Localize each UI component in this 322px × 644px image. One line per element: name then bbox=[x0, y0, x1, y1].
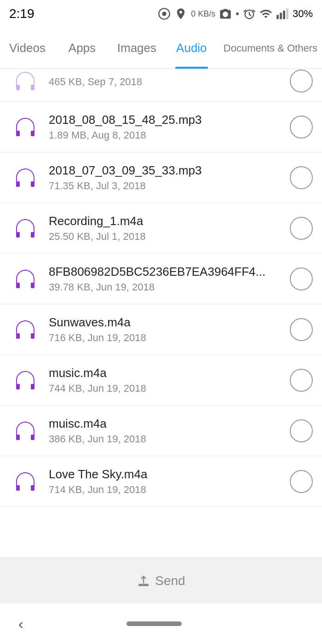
file-info-1: 2018_07_03_09_35_33.mp3 71.35 KB, Jul 3,… bbox=[41, 163, 290, 192]
svg-rect-8 bbox=[139, 584, 148, 586]
file-meta-5: 744 KB, Jun 19, 2018 bbox=[49, 383, 282, 395]
checkbox-3[interactable] bbox=[290, 267, 313, 290]
wifi-icon bbox=[259, 7, 272, 20]
file-meta-3: 39.78 KB, Jun 19, 2018 bbox=[49, 281, 282, 293]
svg-rect-4 bbox=[276, 15, 279, 19]
camera-icon bbox=[219, 7, 232, 20]
partial-checkbox[interactable] bbox=[290, 70, 313, 93]
bottom-nav: ‹ bbox=[0, 603, 322, 644]
checkbox-7[interactable] bbox=[290, 470, 313, 493]
tab-documents[interactable]: Documents & Others bbox=[219, 28, 322, 69]
maps-icon bbox=[174, 7, 187, 20]
svg-rect-7 bbox=[286, 8, 288, 19]
file-name-5: music.m4a bbox=[49, 366, 282, 381]
audio-icon-7 bbox=[9, 470, 41, 493]
list-item[interactable]: muisc.m4a 386 KB, Jun 19, 2018 bbox=[0, 406, 322, 456]
list-item[interactable]: Sunwaves.m4a 716 KB, Jun 19, 2018 bbox=[0, 304, 322, 355]
status-icons: 0 KB/s • 30% bbox=[158, 7, 313, 20]
list-item[interactable]: 8FB806982D5BC5236EB7EA3964FF4... 39.78 K… bbox=[0, 254, 322, 304]
file-info-4: Sunwaves.m4a 716 KB, Jun 19, 2018 bbox=[41, 315, 290, 344]
chrome-icon bbox=[158, 7, 171, 20]
checkbox-5[interactable] bbox=[290, 369, 313, 392]
file-name-3: 8FB806982D5BC5236EB7EA3964FF4... bbox=[49, 264, 282, 280]
list-item-partial: 465 KB, Sep 7, 2018 bbox=[0, 69, 322, 102]
file-name-2: Recording_1.m4a bbox=[49, 214, 282, 229]
list-item[interactable]: music.m4a 744 KB, Jun 19, 2018 bbox=[0, 355, 322, 406]
alarm-icon bbox=[243, 7, 256, 20]
checkbox-6[interactable] bbox=[290, 419, 313, 442]
file-name-7: Love The Sky.m4a bbox=[49, 467, 282, 482]
network-speed: 0 KB/s bbox=[191, 9, 215, 19]
file-name-6: muisc.m4a bbox=[49, 416, 282, 432]
status-bar: 2:19 0 KB/s • bbox=[0, 0, 322, 28]
tab-videos[interactable]: Videos bbox=[0, 28, 55, 69]
file-info-0: 2018_08_08_15_48_25.mp3 1.89 MB, Aug 8, … bbox=[41, 112, 290, 142]
file-info-7: Love The Sky.m4a 714 KB, Jun 19, 2018 bbox=[41, 467, 290, 496]
file-meta-0: 1.89 MB, Aug 8, 2018 bbox=[49, 129, 282, 141]
audio-icon-0 bbox=[9, 115, 41, 139]
file-name-4: Sunwaves.m4a bbox=[49, 315, 282, 331]
checkbox-0[interactable] bbox=[290, 116, 313, 139]
audio-icon-1 bbox=[9, 166, 41, 190]
file-meta-4: 716 KB, Jun 19, 2018 bbox=[49, 332, 282, 344]
file-list: 465 KB, Sep 7, 2018 2018_08_08_15_48_25.… bbox=[0, 69, 322, 557]
audio-icon-6 bbox=[9, 419, 41, 443]
svg-point-2 bbox=[179, 11, 182, 14]
svg-rect-6 bbox=[283, 11, 285, 19]
file-name-0: 2018_08_08_15_48_25.mp3 bbox=[49, 112, 282, 128]
partial-file-meta: 465 KB, Sep 7, 2018 bbox=[49, 76, 282, 88]
battery-percent: 30% bbox=[293, 8, 313, 20]
send-button[interactable]: Send bbox=[137, 574, 185, 588]
send-label: Send bbox=[155, 574, 185, 588]
back-button[interactable]: ‹ bbox=[18, 615, 23, 632]
tab-apps[interactable]: Apps bbox=[55, 28, 109, 69]
audio-icon-4 bbox=[9, 318, 41, 342]
audio-icon-2 bbox=[9, 216, 41, 240]
audio-icon-partial bbox=[9, 69, 41, 93]
file-info-2: Recording_1.m4a 25.50 KB, Jul 1, 2018 bbox=[41, 214, 290, 243]
audio-icon-5 bbox=[9, 368, 41, 392]
tab-audio[interactable]: Audio bbox=[164, 28, 219, 69]
home-indicator[interactable] bbox=[126, 621, 182, 626]
file-name-1: 2018_07_03_09_35_33.mp3 bbox=[49, 163, 282, 179]
checkbox-4[interactable] bbox=[290, 318, 313, 341]
tab-bar: Videos Apps Images Audio Documents & Oth… bbox=[0, 28, 322, 69]
list-item[interactable]: 2018_08_08_15_48_25.mp3 1.89 MB, Aug 8, … bbox=[0, 102, 322, 152]
file-info-5: music.m4a 744 KB, Jun 19, 2018 bbox=[41, 366, 290, 395]
svg-point-1 bbox=[162, 12, 167, 16]
file-info-6: muisc.m4a 386 KB, Jun 19, 2018 bbox=[41, 416, 290, 446]
svg-rect-5 bbox=[280, 13, 282, 19]
file-meta-6: 386 KB, Jun 19, 2018 bbox=[49, 433, 282, 445]
list-item[interactable]: Recording_1.m4a 25.50 KB, Jul 1, 2018 bbox=[0, 203, 322, 254]
dot-indicator: • bbox=[236, 8, 239, 20]
status-time: 2:19 bbox=[9, 6, 34, 21]
file-meta-1: 71.35 KB, Jul 3, 2018 bbox=[49, 180, 282, 192]
file-meta-2: 25.50 KB, Jul 1, 2018 bbox=[49, 231, 282, 243]
checkbox-1[interactable] bbox=[290, 166, 313, 189]
partial-file-info: 465 KB, Sep 7, 2018 bbox=[41, 74, 290, 88]
file-meta-7: 714 KB, Jun 19, 2018 bbox=[49, 484, 282, 496]
list-item[interactable]: 2018_07_03_09_35_33.mp3 71.35 KB, Jul 3,… bbox=[0, 152, 322, 203]
send-icon bbox=[137, 574, 150, 588]
checkbox-2[interactable] bbox=[290, 217, 313, 240]
send-bar: Send bbox=[0, 557, 322, 603]
signal-icon bbox=[276, 7, 289, 20]
tab-images[interactable]: Images bbox=[109, 28, 164, 69]
file-info-3: 8FB806982D5BC5236EB7EA3964FF4... 39.78 K… bbox=[41, 264, 290, 294]
list-item[interactable]: Love The Sky.m4a 714 KB, Jun 19, 2018 bbox=[0, 456, 322, 507]
audio-icon-3 bbox=[9, 267, 41, 291]
